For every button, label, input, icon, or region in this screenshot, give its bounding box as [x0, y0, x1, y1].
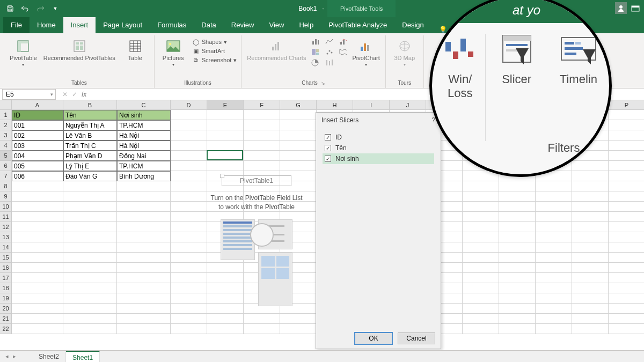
- table-cell[interactable]: 004: [12, 151, 63, 161]
- tab-pivottable-analyze[interactable]: PivotTable Analyze: [321, 17, 394, 33]
- recommended-pivottables-button[interactable]: Recommended PivotTables: [42, 38, 116, 62]
- charts-dialog-launcher[interactable]: ↘: [321, 80, 325, 86]
- table-cell[interactable]: TP.HCM: [117, 161, 171, 171]
- row-header[interactable]: 19: [0, 293, 12, 304]
- table-button[interactable]: Table: [121, 38, 150, 62]
- row-header[interactable]: 3: [0, 130, 12, 141]
- bar-chart-icon[interactable]: [311, 38, 319, 45]
- slicer-label[interactable]: Slicer: [502, 72, 531, 86]
- table-cell[interactable]: Trần Thị C: [63, 141, 117, 151]
- table-cell[interactable]: Bình Dương: [117, 171, 171, 181]
- checkbox[interactable]: ✓: [325, 145, 331, 151]
- column-header[interactable]: F: [244, 100, 280, 110]
- column-header[interactable]: G: [280, 100, 317, 110]
- hierarchy-chart-icon[interactable]: [311, 48, 319, 56]
- row-header[interactable]: 1: [0, 110, 12, 120]
- user-avatar[interactable]: [615, 2, 627, 14]
- row-header[interactable]: 16: [0, 263, 12, 273]
- cancel-button[interactable]: Cancel: [398, 333, 435, 344]
- table-header-cell[interactable]: ID: [12, 110, 63, 120]
- row-header[interactable]: 2: [0, 120, 12, 130]
- sheet-tab-sheet2[interactable]: Sheet2: [32, 351, 66, 363]
- row-header[interactable]: 14: [0, 242, 12, 253]
- checkbox[interactable]: ✓: [325, 134, 331, 141]
- table-cell[interactable]: TP.HCM: [117, 120, 171, 130]
- fx-icon[interactable]: fx: [82, 91, 86, 98]
- table-cell[interactable]: 003: [12, 141, 63, 151]
- table-cell[interactable]: 001: [12, 120, 63, 130]
- row-header[interactable]: 11: [0, 212, 12, 222]
- enter-formula-icon[interactable]: ✓: [72, 91, 77, 98]
- tab-design[interactable]: Design: [394, 17, 431, 33]
- column-header[interactable]: C: [117, 100, 171, 110]
- tab-insert[interactable]: Insert: [63, 17, 96, 33]
- row-header[interactable]: 15: [0, 253, 12, 263]
- row-header[interactable]: 4: [0, 141, 12, 151]
- table-cell[interactable]: Phạm Văn D: [63, 151, 117, 161]
- sheet-tab-sheet1[interactable]: Sheet1: [66, 351, 100, 363]
- insert-slicers-dialog[interactable]: Insert Slicers ? ✓ID✓Tên✓Nơi sinh OK Can…: [316, 112, 441, 349]
- checkbox[interactable]: ✓: [325, 156, 331, 162]
- slicer-field-item[interactable]: ✓ID: [323, 132, 434, 143]
- table-cell[interactable]: 005: [12, 161, 63, 171]
- tab-review[interactable]: Review: [224, 17, 262, 33]
- pivottable-name[interactable]: PivotTable1: [222, 175, 291, 186]
- winloss-label[interactable]: Win/ Loss: [448, 72, 472, 100]
- 3d-map-button[interactable]: 3D Map▾: [390, 38, 419, 68]
- row-header[interactable]: 5: [0, 151, 12, 161]
- row-header[interactable]: 6: [0, 161, 12, 171]
- sheet-nav-next-icon[interactable]: ▸: [13, 353, 16, 360]
- tab-file[interactable]: File: [3, 17, 30, 33]
- table-header-cell[interactable]: Nơi sinh: [117, 110, 171, 120]
- tab-view[interactable]: View: [261, 17, 291, 33]
- tab-formulas[interactable]: Formulas: [150, 17, 194, 33]
- row-header[interactable]: 20: [0, 304, 12, 314]
- column-header[interactable]: A: [12, 100, 63, 110]
- row-header[interactable]: 7: [0, 171, 12, 181]
- screenshot-button[interactable]: ⧉Screenshot ▾: [192, 56, 237, 64]
- save-icon[interactable]: [5, 4, 15, 13]
- name-box[interactable]: E5: [2, 89, 56, 100]
- column-header[interactable]: B: [63, 100, 117, 110]
- row-header[interactable]: 9: [0, 191, 12, 202]
- row-header[interactable]: 10: [0, 202, 12, 212]
- column-header[interactable]: I: [353, 100, 390, 110]
- ok-button[interactable]: OK: [355, 333, 392, 344]
- row-header[interactable]: 12: [0, 222, 12, 232]
- table-header-cell[interactable]: Tên: [63, 110, 117, 120]
- timeline-label[interactable]: Timelin: [560, 72, 597, 86]
- column-header[interactable]: D: [171, 100, 207, 110]
- shapes-button[interactable]: ◯Shapes ▾: [192, 38, 237, 46]
- column-header[interactable]: E: [207, 100, 244, 110]
- undo-icon[interactable]: [20, 4, 30, 13]
- combo-chart-icon[interactable]: [339, 38, 347, 45]
- table-cell[interactable]: Hà Nội: [117, 130, 171, 141]
- pivottable-button[interactable]: PivotTable▾: [9, 38, 38, 68]
- column-header[interactable]: J: [390, 100, 426, 110]
- tab-data[interactable]: Data: [194, 17, 223, 33]
- row-header[interactable]: 18: [0, 283, 12, 293]
- pivotchart-button[interactable]: PivotChart▾: [351, 38, 380, 68]
- table-cell[interactable]: 002: [12, 130, 63, 141]
- redo-icon[interactable]: [35, 4, 45, 13]
- row-header[interactable]: 13: [0, 232, 12, 242]
- table-cell[interactable]: Lý Thị E: [63, 161, 117, 171]
- table-cell[interactable]: Đồng Nai: [117, 151, 171, 161]
- cancel-formula-icon[interactable]: ✕: [62, 91, 68, 98]
- stock-chart-icon[interactable]: [325, 59, 333, 67]
- table-cell[interactable]: Hà Nội: [117, 141, 171, 151]
- slicer-field-item[interactable]: ✓Tên: [323, 143, 434, 153]
- active-cell[interactable]: [207, 150, 243, 160]
- column-header[interactable]: P: [609, 100, 644, 110]
- row-header[interactable]: 21: [0, 314, 12, 324]
- qat-customize-icon[interactable]: ▼: [50, 4, 60, 13]
- line-chart-icon[interactable]: [325, 38, 333, 45]
- row-header[interactable]: 8: [0, 181, 12, 191]
- row-header[interactable]: 17: [0, 273, 12, 283]
- pictures-button[interactable]: Pictures▾: [159, 38, 188, 68]
- tab-help[interactable]: Help: [291, 17, 321, 33]
- sheet-nav-prev-icon[interactable]: ◂: [5, 353, 9, 360]
- recommended-charts-button[interactable]: Recommended Charts: [246, 38, 307, 62]
- dialog-title-bar[interactable]: Insert Slicers ?: [316, 113, 441, 128]
- row-header[interactable]: 22: [0, 324, 12, 334]
